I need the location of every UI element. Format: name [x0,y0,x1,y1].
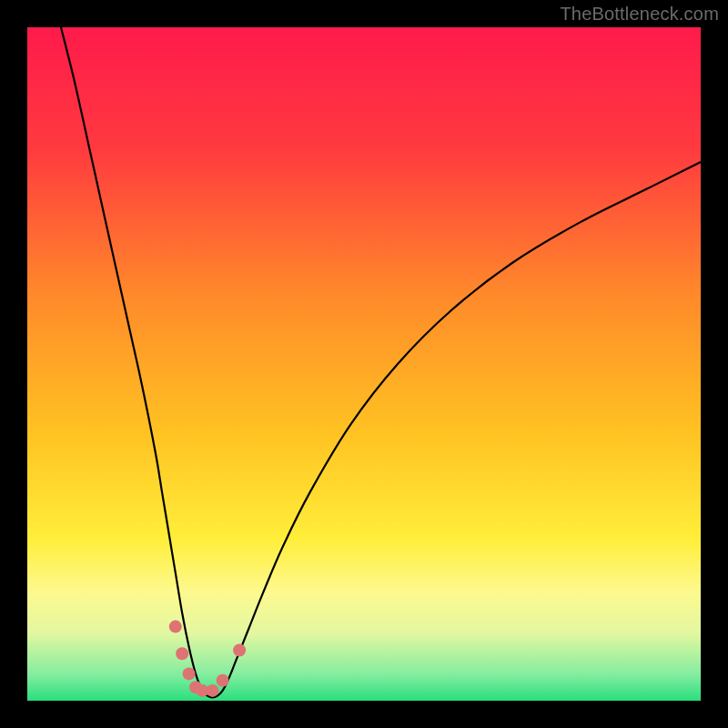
valley-dot [169,621,182,633]
valley-dot [207,684,219,697]
valley-dot [233,644,246,657]
watermark-text: TheBottleneck.com [560,4,719,25]
valley-dots [169,621,246,697]
valley-dot [176,647,188,660]
chart-frame: TheBottleneck.com [0,0,728,728]
curve-layer [27,27,701,701]
plot-area [27,27,701,701]
valley-dot [217,674,229,687]
bottleneck-curve [61,27,701,697]
valley-dot [183,667,196,680]
